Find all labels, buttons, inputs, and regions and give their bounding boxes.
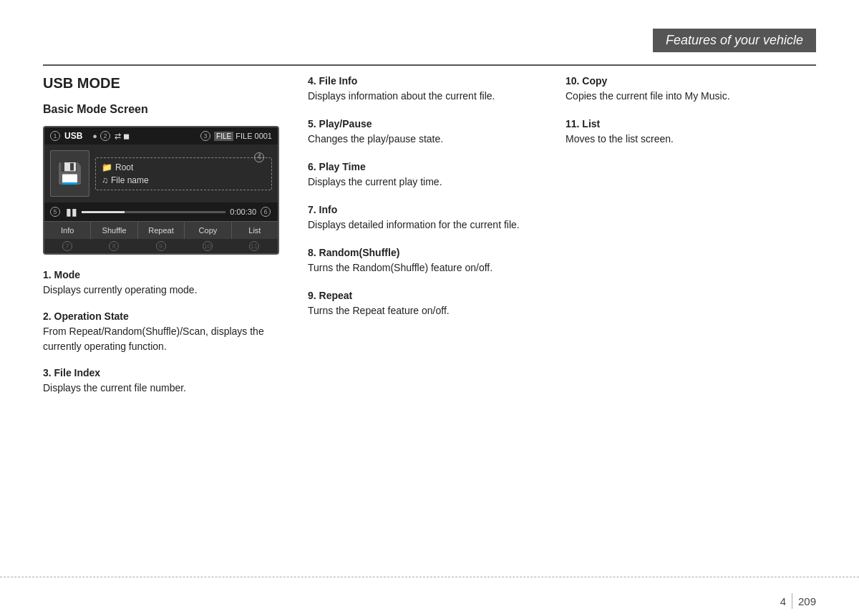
usb-mode-label: USB bbox=[64, 131, 82, 141]
usb-info-area: 4 📁 Root ♫ File name bbox=[95, 157, 272, 190]
desc-7: 7. Info Displays detailed information fo… bbox=[308, 204, 544, 233]
usb-stick-icon: 💾 bbox=[57, 162, 82, 185]
page-title: Features of your vehicle bbox=[666, 33, 803, 47]
usb-button-nums: 7 8 9 10 11 bbox=[44, 239, 278, 253]
shuffle-button[interactable]: Shuffle bbox=[91, 222, 137, 239]
desc-6: 6. Play Time Displays the current play t… bbox=[308, 161, 544, 190]
desc-7-num: 7. Info bbox=[308, 204, 544, 215]
desc-10-text: Copies the current file into My Music. bbox=[566, 89, 802, 104]
usb-top-bar: 1 USB ● 2 ⇄ ◼ 3 FILE FILE 0001 bbox=[44, 127, 278, 145]
desc-5-text: Changes the play/pause state. bbox=[308, 132, 544, 147]
pause-icon: ▮▮ bbox=[66, 206, 77, 217]
circle-3: 3 bbox=[200, 131, 210, 141]
btn-num-7: 7 bbox=[44, 241, 91, 251]
desc-3: 3. File Index Displays the current file … bbox=[43, 367, 279, 396]
desc-4-text: Displays information about the current f… bbox=[308, 89, 544, 104]
usb-icon-area: 💾 bbox=[50, 150, 89, 197]
usb-top-right: 3 FILE FILE 0001 bbox=[200, 131, 272, 141]
usb-folder: 📁 Root bbox=[102, 162, 266, 172]
desc-1-text: Displays currently operating mode. bbox=[43, 283, 279, 298]
page-number: 4 209 bbox=[780, 593, 816, 609]
info-button[interactable]: Info bbox=[44, 222, 91, 239]
desc-6-text: Displays the current play time. bbox=[308, 175, 544, 190]
main-content: USB MODE Basic Mode Screen 1 USB ● 2 ⇄ ◼… bbox=[43, 75, 816, 577]
progress-track bbox=[82, 211, 225, 213]
desc-7-text: Displays detailed information for the cu… bbox=[308, 217, 544, 233]
main-title: USB MODE bbox=[43, 75, 279, 92]
desc-3-num: 3. File Index bbox=[43, 367, 279, 378]
desc-5: 5. Play/Pause Changes the play/pause sta… bbox=[308, 118, 544, 147]
desc-9: 9. Repeat Turns the Repeat feature on/of… bbox=[308, 290, 544, 318]
desc-4-num: 4. File Info bbox=[308, 75, 544, 87]
page-header: Features of your vehicle bbox=[0, 0, 859, 72]
desc-11-num: 11. List bbox=[566, 118, 802, 129]
desc-9-num: 9. Repeat bbox=[308, 290, 544, 301]
desc-11: 11. List Moves to the list screen. bbox=[566, 118, 802, 147]
usb-top-left: 1 USB ● 2 ⇄ ◼ bbox=[50, 131, 130, 141]
header-line bbox=[43, 64, 816, 66]
left-column: USB MODE Basic Mode Screen 1 USB ● 2 ⇄ ◼… bbox=[43, 75, 279, 409]
desc-1: 1. Mode Displays currently operating mod… bbox=[43, 269, 279, 298]
file-index: FILE 0001 bbox=[236, 132, 272, 140]
circle-5: 5 bbox=[50, 207, 60, 217]
desc-5-num: 5. Play/Pause bbox=[308, 118, 544, 129]
btn-num-8: 8 bbox=[91, 241, 137, 251]
play-time: 0:00:30 bbox=[230, 207, 256, 216]
circle-4: 4 bbox=[254, 152, 264, 162]
desc-8-text: Turns the Random(Shuffle) feature on/off… bbox=[308, 260, 544, 275]
sub-title: Basic Mode Screen bbox=[43, 103, 279, 116]
desc-8-num: 8. Random(Shuffle) bbox=[308, 247, 544, 258]
circle-1: 1 bbox=[50, 131, 60, 141]
circle-6: 6 bbox=[261, 207, 271, 217]
usb-progress-area: 5 ▮▮ 0:00:30 6 bbox=[44, 202, 278, 221]
footer-divider bbox=[792, 593, 792, 609]
circle-2: 2 bbox=[100, 131, 110, 141]
progress-fill bbox=[82, 211, 125, 213]
desc-1-num: 1. Mode bbox=[43, 269, 279, 280]
btn-num-11: 11 bbox=[231, 241, 278, 251]
filename-label: File name bbox=[111, 175, 149, 185]
folder-label: Root bbox=[115, 162, 133, 172]
desc-2-text: From Repeat/Random(Shuffle)/Scan, displa… bbox=[43, 324, 279, 354]
desc-9-text: Turns the Repeat feature on/off. bbox=[308, 303, 544, 318]
desc-10: 10. Copy Copies the current file into My… bbox=[566, 75, 802, 104]
usb-main-area: 💾 4 📁 Root ♫ File name bbox=[44, 145, 278, 202]
desc-4: 4. File Info Displays information about … bbox=[308, 75, 544, 104]
desc-10-num: 10. Copy bbox=[566, 75, 802, 87]
repeat-button[interactable]: Repeat bbox=[138, 222, 185, 239]
usb-button-bar: Info Shuffle Repeat Copy List bbox=[44, 221, 278, 239]
page-footer: 4 209 bbox=[0, 577, 859, 616]
header-title-block: Features of your vehicle bbox=[653, 29, 816, 52]
desc-8: 8. Random(Shuffle) Turns the Random(Shuf… bbox=[308, 247, 544, 275]
desc-2: 2. Operation State From Repeat/Random(Sh… bbox=[43, 311, 279, 354]
copy-button[interactable]: Copy bbox=[185, 222, 231, 239]
desc-3-text: Displays the current file number. bbox=[43, 381, 279, 396]
desc-2-num: 2. Operation State bbox=[43, 311, 279, 322]
right-column: 10. Copy Copies the current file into My… bbox=[566, 75, 802, 161]
mid-column: 4. File Info Displays information about … bbox=[308, 75, 544, 333]
btn-num-10: 10 bbox=[185, 241, 231, 251]
btn-num-9: 9 bbox=[137, 241, 184, 251]
page-num-right: 209 bbox=[798, 595, 816, 607]
usb-filename: ♫ File name bbox=[102, 175, 266, 185]
page-num-left: 4 bbox=[780, 595, 786, 607]
list-button[interactable]: List bbox=[232, 222, 278, 239]
usb-screen-mockup: 1 USB ● 2 ⇄ ◼ 3 FILE FILE 0001 💾 bbox=[43, 126, 279, 255]
desc-11-text: Moves to the list screen. bbox=[566, 132, 802, 147]
desc-6-num: 6. Play Time bbox=[308, 161, 544, 172]
